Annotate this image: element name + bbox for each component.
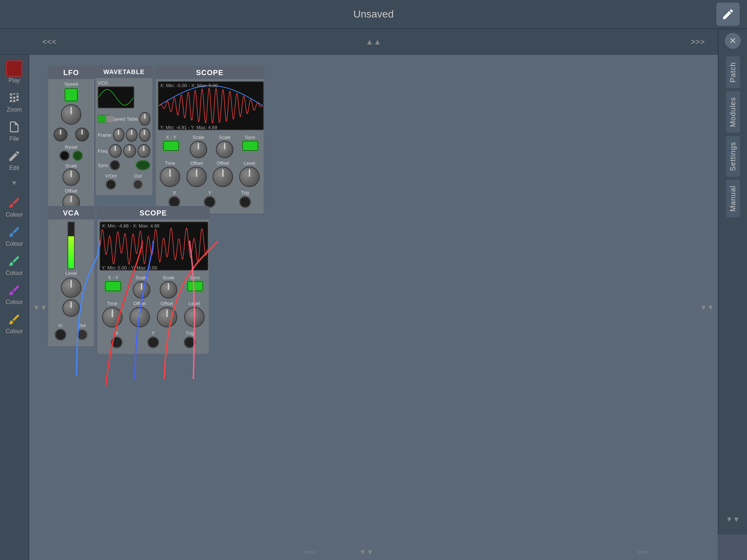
sidebar-down-arrow: ▼ [6, 175, 22, 191]
wavetable-table-knob[interactable] [139, 112, 150, 126]
scope2-xscale-label: Scale [135, 275, 147, 280]
scope1-level-knob[interactable] [239, 167, 260, 187]
scope2-level-knob[interactable] [184, 307, 205, 327]
scope2-yscale-knob[interactable] [160, 281, 177, 299]
sidebar-item-edit[interactable]: Edit [1, 146, 27, 174]
edit-label: Edit [9, 165, 19, 171]
scope2-y-jack[interactable] [147, 337, 159, 348]
tab-patch[interactable]: Patch [726, 56, 740, 88]
lfo-btn2[interactable] [75, 128, 89, 141]
file-label: File [9, 136, 19, 142]
scope1-yoffset-knob[interactable] [213, 167, 233, 187]
sidebar-item-file[interactable]: File [1, 117, 27, 144]
wavetable-voct-jack[interactable] [106, 179, 116, 190]
scope2-x-label: X [115, 330, 119, 336]
vca-level-knob[interactable] [61, 277, 81, 298]
wavetable-display [98, 86, 134, 108]
wavetable-frame-knob2[interactable] [126, 128, 137, 142]
vca-in-jack[interactable] [55, 329, 66, 341]
colour5-label: Colour [5, 328, 23, 335]
nav-left-button[interactable]: <<< [36, 34, 62, 50]
scope1-xscale-label: Scale [193, 135, 205, 140]
scope2-xscale-knob[interactable] [133, 281, 150, 299]
wavetable-freq-knob1[interactable] [109, 144, 122, 158]
lfo-reset-btn[interactable] [59, 151, 70, 161]
scope1-sync-btn[interactable] [242, 141, 258, 151]
scope2-sync-btn[interactable] [187, 281, 203, 291]
colour2-icon [6, 224, 22, 240]
wavetable-out-jack[interactable] [133, 179, 143, 190]
vca-level-label: Level [65, 271, 77, 276]
zoom-icon [6, 90, 22, 106]
lfo-scale-label: Scale [65, 163, 77, 168]
panel-close-button[interactable]: ✕ [725, 33, 741, 49]
sidebar-item-colour4[interactable]: Colour [1, 280, 27, 308]
scope2-xoffset-label: Offset [133, 301, 146, 306]
scope2-trig-jack[interactable] [184, 337, 196, 348]
scope1-module: SCOPE X: Min: -5.00 - X: Max: 5.00 Y: Mi… [155, 66, 264, 214]
scope2-time-knob[interactable] [102, 307, 123, 327]
lfo-speed-knob[interactable] [61, 104, 81, 125]
nav-right-button[interactable]: >>> [685, 34, 711, 50]
scope2-x-jack[interactable] [111, 337, 123, 348]
scope1-yminmax: Y: Min: -4.91 - Y: Max: 4.89 [160, 125, 217, 130]
scope2-title: SCOPE [97, 207, 209, 219]
canvas-bottom-right-nav[interactable]: >>> [638, 549, 649, 556]
vca-out-jack[interactable] [76, 329, 88, 341]
scope2-level-label: Level [189, 301, 200, 306]
sidebar-item-colour5[interactable]: Colour [1, 309, 27, 337]
scope1-xscale-knob[interactable] [190, 141, 207, 158]
canvas-bottom-nav[interactable]: ▼▼ [359, 548, 374, 556]
left-sidebar: Play Zoom File Edit ▼ C [0, 55, 29, 560]
sidebar-item-colour2[interactable]: Colour [1, 222, 27, 249]
tab-settings[interactable]: Settings [726, 136, 740, 177]
tab-modules[interactable]: Modules [726, 91, 740, 133]
vca-level-fill [68, 236, 74, 268]
sidebar-item-colour3[interactable]: Colour [1, 251, 27, 279]
scope1-xy-btn[interactable] [163, 141, 179, 151]
canvas-bottom-left-nav[interactable]: <<< [305, 549, 316, 556]
colour3-label: Colour [5, 270, 23, 276]
colour5-icon [6, 311, 22, 327]
play-icon-box [6, 61, 22, 77]
scope1-time-knob[interactable] [160, 167, 180, 187]
wavetable-freq-knob2[interactable] [123, 144, 136, 158]
wavetable-speed-toggle[interactable] [98, 115, 110, 123]
right-panel-down-arrow: ▼▼ [725, 515, 740, 524]
edit-button[interactable] [716, 3, 740, 26]
wavetable-freq-knob3[interactable] [138, 144, 150, 158]
scope2-yoffset-label: Offset [160, 301, 173, 306]
lfo-reset-led [73, 151, 83, 161]
scope1-yscale-knob[interactable] [216, 141, 233, 158]
scope1-y-label: Y [208, 190, 212, 195]
scope2-xoffset-knob[interactable] [129, 307, 150, 327]
vca-knob2[interactable] [62, 299, 80, 317]
scope1-sync-label: Sync [245, 135, 256, 140]
play-button-indicator [6, 61, 22, 77]
colour3-icon [6, 253, 22, 269]
sidebar-item-play[interactable]: Play [1, 58, 27, 86]
scope2-yoffset-knob[interactable] [157, 307, 177, 327]
canvas-right-nav[interactable]: ▼▼ [696, 300, 718, 315]
vca-title: VCA [48, 207, 94, 219]
lfo-btn1[interactable] [54, 128, 67, 141]
wavetable-vco-label: VCO [98, 80, 150, 86]
sidebar-item-colour1[interactable]: Colour [1, 192, 27, 220]
main-canvas: ▼▼ ▼▼ ▼▼ <<< >>> LFO Speed Reset [29, 55, 718, 560]
wavetable-frame-knob1[interactable] [113, 128, 124, 142]
wavetable-out-label: Out [134, 173, 142, 179]
tab-manual[interactable]: Manual [726, 180, 740, 218]
scope2-xy-btn[interactable] [105, 281, 121, 291]
wavetable-module: WAVETABLE VCO Speed Table Frame Freq [95, 66, 153, 196]
scope1-trig-jack[interactable] [239, 196, 251, 208]
lfo-speed-led[interactable] [65, 88, 78, 101]
sidebar-item-zoom[interactable]: Zoom [1, 88, 27, 115]
wavetable-sync-jack[interactable] [110, 160, 120, 170]
scope1-xoffset-knob[interactable] [186, 167, 207, 187]
scope1-display-container: X: Min: -5.00 - X: Max: 5.00 Y: Min: -4.… [158, 81, 262, 132]
wavetable-frame-knob3[interactable] [139, 128, 150, 142]
nav-row: <<< ▲▲ >>> [0, 29, 747, 55]
lfo-offset-label: Offset [65, 188, 77, 194]
file-icon [6, 119, 22, 135]
lfo-scale-knob[interactable] [62, 168, 80, 186]
